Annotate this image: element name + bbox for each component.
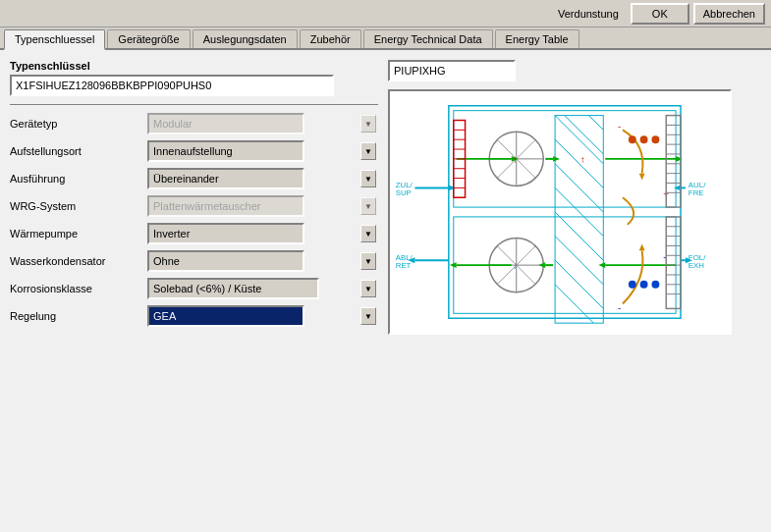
svg-point-56 xyxy=(640,135,648,143)
svg-text:SUP: SUP xyxy=(396,188,412,197)
diagram-container: ZUL/ SUP ABL/ RET AUL/ FRE FOL/ EXH xyxy=(388,89,732,335)
right-input[interactable] xyxy=(388,60,516,81)
svg-text:EXH: EXH xyxy=(688,261,704,270)
form-grid: Gerätetyp Modular ▼ Aufstellungsort Inne… xyxy=(10,113,378,327)
tab-typenschluessel[interactable]: Typenschluessel xyxy=(4,29,105,50)
wrg-label: WRG-System xyxy=(10,200,147,212)
geraetetyp-wrap: Modular ▼ xyxy=(147,113,378,134)
aufstellungsort-select[interactable]: Innenaufstellung xyxy=(147,140,304,162)
wrg-arrow: ▼ xyxy=(360,197,376,215)
regelung-select[interactable]: GEA xyxy=(147,305,304,327)
main-content: Typenschlüssel Gerätetyp Modular ▼ Aufst… xyxy=(0,50,771,525)
svg-point-57 xyxy=(651,135,659,143)
separator xyxy=(10,104,378,105)
wrg-wrap: Plattenwärmetauscher ▼ xyxy=(147,195,378,217)
tab-zubehoer[interactable]: Zubehör xyxy=(300,29,361,48)
svg-text:-: - xyxy=(618,121,621,132)
svg-text:FRE: FRE xyxy=(688,188,704,197)
wasserkondensator-wrap: Ohne ▼ xyxy=(147,250,378,272)
svg-text:↓: ↓ xyxy=(513,260,518,271)
tab-energy-table[interactable]: Energy Table xyxy=(495,29,579,48)
typenschluessel-group: Typenschlüssel xyxy=(10,60,378,96)
waermepumpe-arrow: ▼ xyxy=(360,225,376,242)
svg-text:-: - xyxy=(618,302,621,313)
typenschluessel-input[interactable] xyxy=(10,75,334,96)
ausfuehrung-arrow: ▼ xyxy=(360,170,376,187)
korrosionsklasse-label: Korrosionsklasse xyxy=(10,283,147,294)
wasserkondensator-arrow: ▼ xyxy=(360,252,376,270)
regelung-wrap: GEA ▼ xyxy=(147,305,378,327)
wasserkondensator-select[interactable]: Ohne xyxy=(147,250,304,272)
regelung-label: Regelung xyxy=(10,310,147,322)
aufstellungsort-label: Aufstellungsort xyxy=(10,145,147,157)
svg-point-60 xyxy=(651,281,659,289)
svg-point-59 xyxy=(640,281,648,289)
aufstellungsort-arrow: ▼ xyxy=(360,142,376,160)
ok-button[interactable]: OK xyxy=(631,3,689,25)
top-bar: Verdunstung OK Abbrechen xyxy=(0,0,771,27)
waermepumpe-select[interactable]: Inverter xyxy=(147,223,304,244)
regelung-arrow: ▼ xyxy=(360,307,376,325)
top-section: Typenschlüssel Gerätetyp Modular ▼ Aufst… xyxy=(10,60,761,335)
svg-text:RET: RET xyxy=(396,261,412,270)
tab-energy-technical[interactable]: Energy Technical Data xyxy=(363,29,493,48)
korrosionsklasse-select[interactable]: Solebad (<6%) / Küste xyxy=(147,278,319,299)
verdunstung-label: Verdunstung xyxy=(558,8,619,20)
wrg-select: Plattenwärmetauscher xyxy=(147,195,304,217)
ausfuehrung-wrap: Übereinander ▼ xyxy=(147,168,378,189)
svg-point-58 xyxy=(629,281,636,289)
diagram-svg: ZUL/ SUP ABL/ RET AUL/ FRE FOL/ EXH xyxy=(390,91,730,333)
right-panel: ZUL/ SUP ABL/ RET AUL/ FRE FOL/ EXH xyxy=(388,60,761,335)
ausfuehrung-select[interactable]: Übereinander xyxy=(147,168,304,189)
svg-text:↑: ↑ xyxy=(513,154,518,165)
geraetetyp-arrow: ▼ xyxy=(360,115,376,133)
korrosionsklasse-arrow: ▼ xyxy=(360,280,376,297)
tab-auslegungsdaten[interactable]: Auslegungsdaten xyxy=(193,29,298,48)
waermepumpe-label: Wärmepumpe xyxy=(10,228,147,239)
svg-rect-0 xyxy=(391,91,729,333)
tabs-bar: Typenschluessel Gerätegröße Auslegungsda… xyxy=(0,27,771,50)
wasserkondensator-label: Wasserkondensator xyxy=(10,255,147,267)
korrosionsklasse-wrap: Solebad (<6%) / Küste ▼ xyxy=(147,278,378,299)
waermepumpe-wrap: Inverter ▼ xyxy=(147,223,378,244)
tab-geraetegroesse[interactable]: Gerätegröße xyxy=(107,29,190,48)
geraetetyp-label: Gerätetyp xyxy=(10,118,147,130)
left-panel: Typenschlüssel Gerätetyp Modular ▼ Aufst… xyxy=(10,60,378,327)
svg-point-55 xyxy=(629,135,636,143)
aufstellungsort-wrap: Innenaufstellung ▼ xyxy=(147,140,378,162)
typenschluessel-label: Typenschlüssel xyxy=(10,60,378,72)
svg-text:↑: ↑ xyxy=(580,154,585,165)
ausfuehrung-label: Ausführung xyxy=(10,173,147,185)
cancel-button[interactable]: Abbrechen xyxy=(693,3,765,25)
geraetetyp-select: Modular xyxy=(147,113,304,134)
